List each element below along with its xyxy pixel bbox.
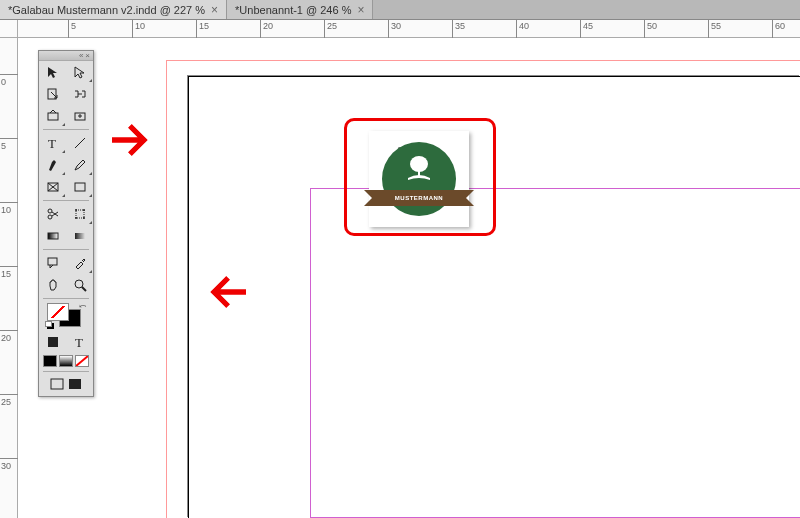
svg-point-17 [83,217,85,219]
ruler-tick: 5 [68,20,76,38]
free-transform-tool[interactable] [66,203,93,225]
rectangle-tool[interactable] [66,176,93,198]
logo-ribbon: MUSTERMANN [374,190,464,206]
svg-point-16 [75,217,77,219]
svg-rect-20 [48,258,57,265]
direct-selection-tool[interactable] [66,61,93,83]
svg-line-22 [82,287,86,291]
tools-panel[interactable]: « × T ⤺ T [38,50,94,397]
scissors-tool[interactable] [39,203,66,225]
svg-rect-10 [75,183,85,191]
formatting-container-icon[interactable] [39,331,66,353]
view-mode-normal-icon[interactable] [50,378,64,392]
content-placer-tool[interactable] [66,105,93,127]
svg-point-11 [48,215,52,219]
apply-color-row [39,353,93,369]
annotation-arrow-left [206,272,250,314]
ruler-tick: 45 [580,20,593,38]
margin-guide [310,188,800,518]
hand-tool[interactable] [39,274,66,296]
svg-rect-23 [48,337,58,347]
annotation-highlight-box: ✎ MUSTERMANN [344,118,496,236]
close-icon[interactable]: × [211,3,218,17]
fill-swatch[interactable] [47,303,69,321]
pencil-tool[interactable] [66,154,93,176]
apply-none[interactable] [75,355,89,367]
zoom-tool[interactable] [66,274,93,296]
svg-line-25 [76,356,88,366]
svg-rect-3 [48,113,58,120]
fill-stroke-swatch[interactable]: ⤺ [39,301,93,331]
ruler-tick: 25 [0,394,18,407]
logo-graphic: MUSTERMANN [382,142,456,216]
canvas[interactable]: ✎ MUSTERMANN [18,38,800,518]
ruler-tick: 40 [516,20,529,38]
document-tabs: *Galabau Mustermann v2.indd @ 227 % × *U… [0,0,800,20]
ruler-tick: 5 [0,138,18,151]
svg-rect-18 [48,233,58,239]
swap-fill-stroke-icon[interactable]: ⤺ [79,301,87,311]
eyedropper-tool[interactable] [66,252,93,274]
apply-color[interactable] [43,355,57,367]
tree-icon [402,154,436,191]
svg-text:T: T [48,136,56,150]
note-tool[interactable] [39,252,66,274]
rectangle-frame-tool[interactable] [39,176,66,198]
annotation-arrow-right [108,120,152,162]
svg-point-14 [75,209,77,211]
horizontal-ruler[interactable]: 5 10 15 20 25 30 35 40 45 50 55 60 [18,20,800,38]
svg-point-1 [410,156,428,172]
ruler-tick: 25 [324,20,337,38]
formatting-text-icon[interactable]: T [66,331,93,353]
ruler-tick: 20 [0,330,18,343]
ruler-tick: 30 [388,20,401,38]
tab-unbenannt[interactable]: *Unbenannt-1 @ 246 % × [227,0,373,19]
tab-label: *Unbenannt-1 @ 246 % [235,4,351,16]
svg-rect-26 [51,379,63,389]
ruler-tick: 20 [260,20,273,38]
close-icon[interactable]: × [357,3,364,17]
ruler-origin[interactable] [0,20,18,38]
ruler-tick: 15 [0,266,18,279]
ruler-tick: 30 [0,458,18,471]
gradient-feather-tool[interactable] [66,225,93,247]
placed-image-frame[interactable]: ✎ MUSTERMANN [369,131,469,227]
panel-header[interactable]: « × [39,51,93,61]
gap-tool[interactable] [66,83,93,105]
apply-gradient[interactable] [59,355,73,367]
ruler-tick: 55 [708,20,721,38]
svg-line-6 [75,138,85,148]
ruler-tick: 0 [0,74,18,87]
line-tool[interactable] [66,132,93,154]
content-collector-tool[interactable] [39,105,66,127]
ruler-tick: 50 [644,20,657,38]
vertical-ruler[interactable]: 0 5 10 15 20 25 30 [0,38,18,518]
gradient-swatch-tool[interactable] [39,225,66,247]
close-icon[interactable]: × [85,51,90,60]
view-mode-preview-icon[interactable] [68,378,82,392]
svg-point-21 [75,280,83,288]
ruler-tick: 10 [0,202,18,215]
page-tool[interactable] [39,83,66,105]
pen-tool[interactable] [39,154,66,176]
svg-point-12 [48,209,52,213]
svg-rect-27 [69,379,81,389]
tab-galabau[interactable]: *Galabau Mustermann v2.indd @ 227 % × [0,0,227,19]
svg-point-15 [83,209,85,211]
selection-tool[interactable] [39,61,66,83]
svg-rect-13 [76,210,84,218]
svg-rect-19 [75,233,85,239]
type-tool[interactable]: T [39,132,66,154]
ruler-tick: 15 [196,20,209,38]
collapse-icon[interactable]: « [79,51,83,60]
ruler-tick: 60 [772,20,785,38]
svg-text:T: T [75,335,83,349]
ruler-tick: 10 [132,20,145,38]
tab-label: *Galabau Mustermann v2.indd @ 227 % [8,4,205,16]
default-fill-stroke-icon[interactable] [45,321,57,331]
ruler-tick: 35 [452,20,465,38]
